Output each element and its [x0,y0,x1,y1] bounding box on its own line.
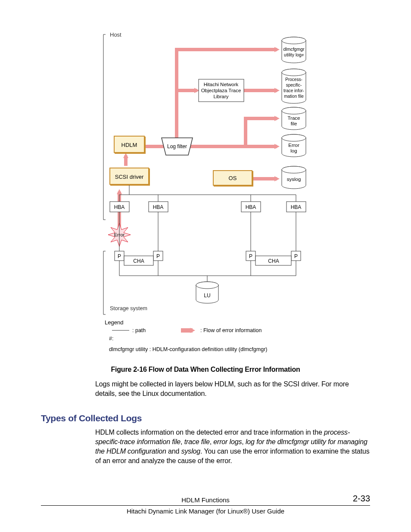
log-filter: Log filter [162,138,193,155]
svg-text:LU: LU [204,292,210,299]
page-footer: HDLM Functions 2-33 Hitachi Dynamic Link… [41,496,370,515]
svg-point-25 [282,107,306,114]
svg-text:: path: : path [132,327,146,333]
svg-point-19 [282,69,306,76]
svg-text:Log filter: Log filter [167,143,187,149]
svg-text:Hitachi Network: Hitachi Network [203,82,238,87]
diagram-container: Host [41,26,370,358]
hba-row: HBA HBA HBA HBA [110,185,306,212]
svg-text:#:: #: [109,336,113,342]
svg-text:OS: OS [228,175,237,181]
page-number: 2-33 [353,494,370,504]
svg-text:mation file: mation file [284,94,304,99]
svg-text:HBA: HBA [290,204,301,210]
cha-row: CHA CHA [124,256,291,265]
svg-text:HBA: HBA [245,204,256,210]
path-lines [119,212,296,251]
svg-text:HBA: HBA [114,204,125,210]
footer-section: HDLM Functions [181,496,230,504]
footer-title: Hitachi Dynamic Link Manager (for Linux®… [41,507,370,515]
svg-text:P: P [294,253,297,259]
hitachi-lib-box: Hitachi Network Objectplaza Trace Librar… [199,79,244,102]
svg-text:Objectplaza Trace: Objectplaza Trace [201,88,241,93]
cyl-dlmcfgmgr: dlmcfgmgr utility log# [282,37,306,63]
svg-text:P: P [156,253,159,259]
svg-text:trace infor-: trace infor- [283,88,304,93]
svg-text:HDLM: HDLM [121,142,137,148]
host-label: Host [110,31,121,38]
legend: Legend : path : Flow of error informatio… [105,319,267,352]
figure-caption: Figure 2-16 Flow of Data When Collecting… [41,366,370,373]
svg-text:Trace: Trace [287,115,300,121]
svg-text:specific-: specific- [286,83,302,87]
cyl-process-trace: Process- specific- trace infor- mation f… [282,69,306,103]
svg-text:dlmcfgmgr utility : HDLM-confi: dlmcfgmgr utility : HDLM-configuration d… [109,346,267,352]
scsi-box: SCSI driver [110,168,149,185]
svg-text:syslog: syslog [286,177,301,182]
svg-text:utility log#: utility log# [284,52,304,57]
section-heading: Types of Collected Logs [41,413,370,423]
svg-text:Error: Error [288,143,299,148]
paragraph-2: HDLM collects information on the detecte… [95,428,370,466]
cyl-trace-file: Trace file [282,107,306,130]
os-box: OS [213,171,253,186]
svg-text:CHA: CHA [133,258,144,264]
svg-text:CHA: CHA [268,258,279,264]
svg-text:dlmcfgmgr: dlmcfgmgr [283,47,305,52]
svg-point-29 [282,134,306,141]
svg-point-73 [196,282,218,289]
lu-cylinder: LU [196,282,218,303]
svg-text:: Flow of error information: : Flow of error information [200,327,262,333]
svg-text:Library: Library [213,94,228,99]
svg-text:log: log [290,148,297,153]
svg-text:file: file [290,121,297,126]
svg-text:Legend: Legend [105,319,123,326]
svg-text:P: P [117,253,121,259]
storage-label: Storage system [110,305,147,311]
hdlm-box: HDLM [114,136,145,153]
cyl-syslog: syslog [282,166,306,189]
svg-point-15 [282,37,306,44]
svg-point-33 [282,166,306,173]
svg-text:Process-: Process- [285,77,302,82]
svg-text:P: P [249,253,252,259]
flow-diagram: Host [97,26,314,356]
paragraph-1: Logs might be collected in layers below … [95,380,370,398]
cyl-error-log: Error log [282,134,306,157]
svg-text:SCSI driver: SCSI driver [115,174,143,180]
svg-text:HBA: HBA [153,204,163,210]
